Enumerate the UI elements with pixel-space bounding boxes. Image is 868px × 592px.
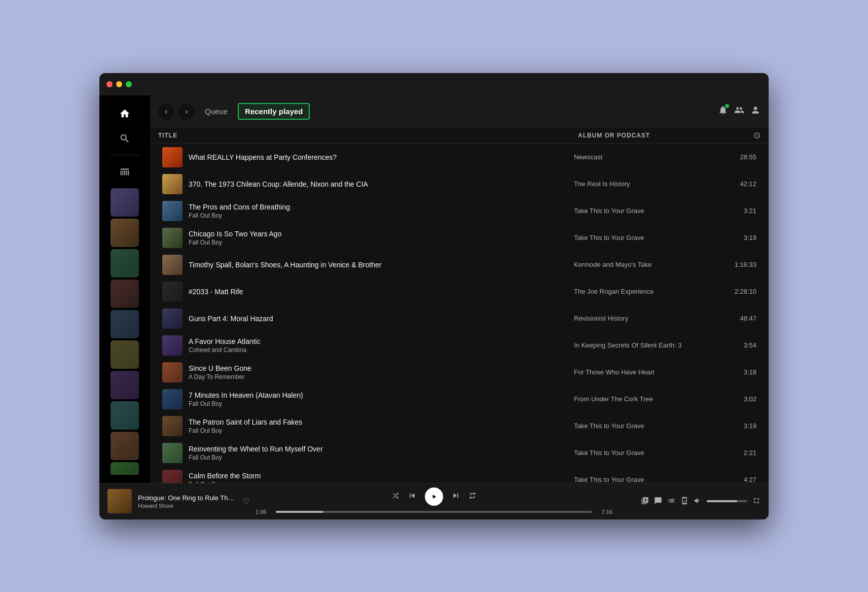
track-artist: A Day To Remember (189, 373, 574, 380)
track-info: Calm Before the Storm Fall Out Boy (189, 472, 574, 483)
titlebar (99, 73, 769, 95)
previous-button[interactable] (408, 491, 417, 502)
track-row[interactable]: Reinventing the Wheel to Run Myself Over… (154, 440, 765, 466)
track-album: In Keeping Secrets Of Silent Earth: 3 (574, 341, 716, 349)
track-name: Calm Before the Storm (189, 472, 574, 480)
track-thumbnail (162, 308, 183, 329)
track-row[interactable]: Timothy Spall, Bolan's Shoes, A Haunting… (154, 252, 765, 278)
track-row[interactable]: #2033 - Matt Rife The Joe Rogan Experien… (154, 278, 765, 305)
repeat-button[interactable] (468, 492, 477, 502)
track-info: What REALLY Happens at Party Conferences… (189, 153, 574, 161)
top-bar: ‹ › Queue Recently played (150, 95, 769, 128)
track-thumbnail (162, 282, 183, 302)
track-artist: Fall Out Boy (189, 400, 574, 407)
track-info: Reinventing the Wheel to Run Myself Over… (189, 445, 574, 461)
track-thumbnail (162, 174, 183, 194)
library-item[interactable] (111, 462, 139, 474)
fullscreen-icon[interactable] (752, 497, 761, 506)
back-button[interactable]: ‹ (158, 103, 174, 120)
profile-icon[interactable] (750, 105, 761, 118)
library-item[interactable] (111, 432, 139, 460)
track-name: The Patron Saint of Liars and Fakes (189, 418, 574, 426)
library-item[interactable] (111, 371, 139, 399)
clock-icon (753, 132, 761, 139)
player-album-art (107, 489, 132, 513)
library-item[interactable] (111, 401, 139, 430)
library-item[interactable] (111, 219, 139, 247)
library-item[interactable] (111, 310, 139, 338)
app-body: ‹ › Queue Recently played (99, 95, 769, 483)
track-duration: 3:19 (716, 422, 756, 430)
player-track-name: Prologue: One Ring to Rule Them All (138, 494, 236, 502)
maximize-button[interactable] (126, 81, 132, 87)
library-item[interactable] (111, 188, 139, 217)
volume-bar[interactable] (707, 500, 747, 502)
notifications-icon[interactable] (718, 105, 728, 118)
recently-played-tab[interactable]: Recently played (238, 103, 310, 120)
total-time: 7:16 (596, 509, 612, 515)
player-right (619, 497, 761, 506)
track-album: From Under The Cork Tree (574, 395, 716, 403)
track-row[interactable]: 370. The 1973 Chilean Coup: Allende, Nix… (154, 171, 765, 197)
track-info: 370. The 1973 Chilean Coup: Allende, Nix… (189, 180, 574, 188)
queue-icon[interactable] (667, 497, 675, 506)
play-pause-button[interactable] (425, 487, 443, 506)
current-time: 1:06 (256, 509, 272, 515)
sidebar-item-library[interactable] (113, 161, 137, 182)
track-artist: Fall Out Boy (189, 454, 574, 461)
queue-tab[interactable]: Queue (199, 104, 234, 119)
track-duration: 4:27 (716, 476, 756, 483)
track-info: #2033 - Matt Rife (189, 288, 574, 296)
minimize-button[interactable] (116, 81, 122, 87)
track-name: 370. The 1973 Chilean Coup: Allende, Nix… (189, 180, 574, 188)
library-grid (99, 186, 150, 474)
track-thumbnail (162, 416, 183, 436)
track-name: Reinventing the Wheel to Run Myself Over (189, 445, 574, 453)
track-duration: 2:21 (716, 449, 756, 457)
track-info: Guns Part 4: Moral Hazard (189, 315, 574, 323)
track-thumbnail (162, 470, 183, 483)
track-thumbnail (162, 255, 183, 275)
shuffle-button[interactable] (391, 492, 400, 502)
track-duration: 28:55 (716, 153, 756, 161)
track-duration: 3:54 (716, 341, 756, 349)
library-item[interactable] (111, 340, 139, 369)
track-album: For Those Who Have Heart (574, 368, 716, 376)
now-playing-view-icon[interactable] (641, 497, 649, 506)
track-row[interactable]: Guns Part 4: Moral Hazard Revisionist Hi… (154, 305, 765, 332)
connect-device-icon[interactable] (680, 497, 689, 506)
player-controls (391, 487, 477, 506)
track-name: Guns Part 4: Moral Hazard (189, 315, 574, 323)
track-row[interactable]: A Favor House Atlantic Coheed and Cambri… (154, 332, 765, 359)
track-info: Since U Been Gone A Day To Remember (189, 364, 574, 380)
track-artist: Fall Out Boy (189, 239, 574, 246)
track-info: The Patron Saint of Liars and Fakes Fall… (189, 418, 574, 434)
progress-track[interactable] (276, 511, 592, 513)
track-album: The Joe Rogan Experience (574, 288, 716, 295)
track-row[interactable]: The Pros and Cons of Breathing Fall Out … (154, 198, 765, 224)
sidebar-item-home[interactable] (113, 103, 137, 124)
forward-button[interactable]: › (178, 103, 195, 120)
track-name: Since U Been Gone (189, 364, 574, 372)
track-name: 7 Minutes In Heaven (Atavan Halen) (189, 391, 574, 399)
library-item[interactable] (111, 249, 139, 277)
track-album: Take This to Your Grave (574, 207, 716, 215)
lyrics-icon[interactable] (654, 497, 662, 506)
like-button[interactable]: ♡ (242, 497, 249, 506)
friend-activity-icon[interactable] (734, 105, 744, 118)
track-row[interactable]: What REALLY Happens at Party Conferences… (154, 144, 765, 170)
volume-icon[interactable] (694, 497, 702, 506)
next-button[interactable] (451, 491, 460, 502)
track-row[interactable]: Calm Before the Storm Fall Out Boy Take … (154, 467, 765, 483)
track-duration: 3:19 (716, 234, 756, 241)
close-button[interactable] (106, 81, 113, 87)
track-name: The Pros and Cons of Breathing (189, 203, 574, 211)
track-thumbnail (162, 443, 183, 463)
progress-fill (276, 511, 323, 513)
track-row[interactable]: Chicago Is So Two Years Ago Fall Out Boy… (154, 225, 765, 251)
track-row[interactable]: The Patron Saint of Liars and Fakes Fall… (154, 413, 765, 439)
sidebar-item-search[interactable] (113, 128, 137, 149)
library-item[interactable] (111, 280, 139, 308)
track-row[interactable]: 7 Minutes In Heaven (Atavan Halen) Fall … (154, 386, 765, 412)
track-row[interactable]: Since U Been Gone A Day To Remember For … (154, 359, 765, 386)
